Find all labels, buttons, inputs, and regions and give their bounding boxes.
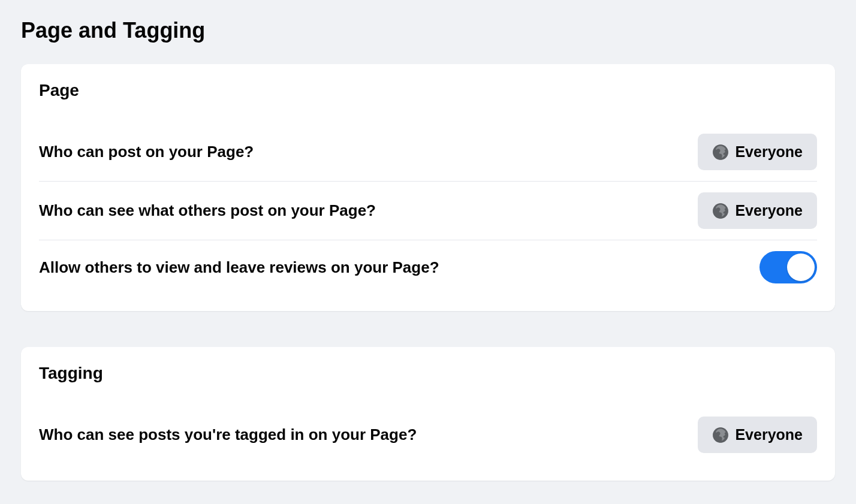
allow-reviews-toggle[interactable]: [759, 251, 817, 283]
who-can-post-row: Who can post on your Page? Everyone: [39, 123, 817, 182]
globe-icon: [712, 203, 729, 219]
who-see-tagged-value: Everyone: [735, 426, 803, 443]
who-see-tagged-selector[interactable]: Everyone: [698, 417, 817, 453]
who-can-post-value: Everyone: [735, 143, 803, 161]
allow-reviews-label: Allow others to view and leave reviews o…: [39, 258, 439, 277]
who-can-see-others-selector[interactable]: Everyone: [698, 192, 817, 229]
allow-reviews-row: Allow others to view and leave reviews o…: [39, 240, 817, 294]
who-can-see-others-value: Everyone: [735, 202, 803, 219]
who-see-tagged-label: Who can see posts you're tagged in on yo…: [39, 425, 417, 444]
page-section-title: Page: [39, 81, 817, 100]
toggle-knob: [787, 253, 815, 281]
who-can-see-others-row: Who can see what others post on your Pag…: [39, 182, 817, 240]
page-section-card: Page Who can post on your Page? Everyone…: [21, 64, 835, 311]
globe-icon: [712, 144, 729, 161]
who-see-tagged-row: Who can see posts you're tagged in on yo…: [39, 406, 817, 464]
who-can-post-label: Who can post on your Page?: [39, 143, 254, 161]
who-can-see-others-label: Who can see what others post on your Pag…: [39, 201, 376, 220]
who-can-post-selector[interactable]: Everyone: [698, 134, 817, 170]
tagging-section-title: Tagging: [39, 364, 817, 383]
tagging-section-card: Tagging Who can see posts you're tagged …: [21, 347, 835, 481]
page-title: Page and Tagging: [21, 18, 835, 43]
globe-icon: [712, 427, 729, 443]
